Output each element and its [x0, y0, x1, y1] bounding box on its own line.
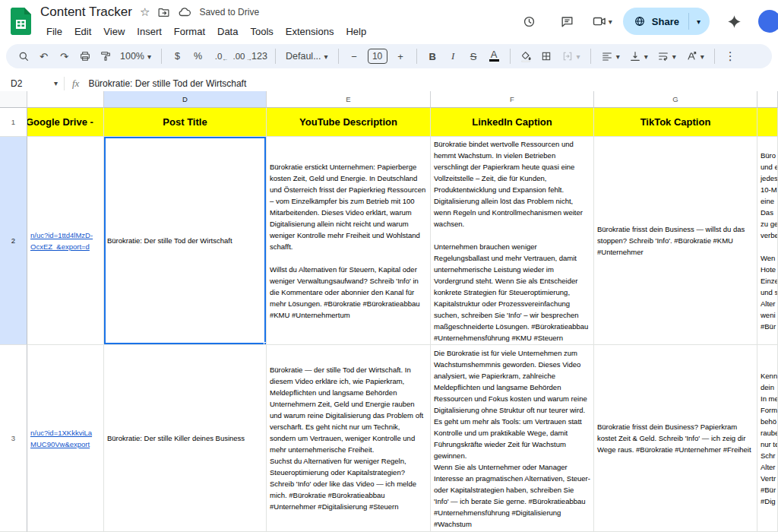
borders-button[interactable] [537, 47, 556, 66]
decrease-font-size-button[interactable]: − [345, 47, 364, 66]
chevron-down-icon: ▾ [672, 52, 676, 61]
column-header-g[interactable]: G [594, 91, 757, 108]
cell-H2[interactable]: Büro und e jedes 10-M eine Das zu ge ver… [757, 137, 778, 345]
vertical-align-button[interactable]: ▾ [625, 47, 652, 66]
decrease-decimal-button[interactable]: .0← [209, 47, 228, 66]
share-button[interactable]: Share ▾ [623, 8, 710, 35]
meet-call-button[interactable]: ▾ [592, 14, 612, 29]
chevron-down-icon: ▾ [147, 52, 151, 61]
toolbar-divider [510, 49, 511, 64]
menu-help[interactable]: Help [340, 24, 372, 39]
cell-F3[interactable]: Die Bürokratie ist für viele Unternehmen… [431, 345, 594, 532]
chevron-down-icon: ▾ [577, 52, 580, 61]
toolbar-divider [338, 49, 339, 64]
italic-button[interactable]: I [444, 47, 463, 66]
sheets-logo-icon[interactable] [11, 8, 31, 35]
row-header-3[interactable]: 3 [0, 345, 27, 532]
formula-input[interactable]: Bürokratie: Der stille Tod der Wirtschaf… [88, 78, 246, 89]
column-header-h[interactable] [757, 91, 778, 108]
globe-icon [634, 15, 646, 27]
toolbar: ↶ ↷ 100% ▾ $ % .0← .00→ 123 [6, 44, 772, 68]
paint-format-button[interactable] [96, 47, 115, 66]
cell-E1[interactable]: YouTube Description [267, 108, 431, 137]
cell-D3[interactable]: Bürokratie: Der stille Killer deines Bus… [104, 345, 267, 532]
menu-data[interactable]: Data [211, 24, 244, 39]
gemini-sparkle-icon[interactable] [720, 8, 748, 35]
chevron-down-icon: ▾ [616, 52, 620, 61]
star-icon[interactable]: ☆ [140, 5, 150, 19]
column-header-f[interactable]: F [431, 91, 594, 108]
toolbar-divider [416, 49, 417, 64]
cell-E3[interactable]: Bürokratie — der stille Tod der Wirtscha… [267, 345, 431, 532]
menu-tools[interactable]: Tools [244, 24, 279, 39]
share-label: Share [652, 16, 679, 27]
menu-insert[interactable]: Insert [131, 24, 168, 39]
select-all-corner[interactable] [0, 91, 27, 108]
cell-F1[interactable]: LinkedIn Caption [431, 108, 594, 137]
cell-C2[interactable]: n/uc?id=1ttd4lMzD- OcxEZ_&export=d [27, 137, 104, 345]
cell-D2-selected[interactable]: Bürokratie: Der stille Tod der Wirtschaf… [104, 137, 267, 345]
print-button[interactable] [75, 47, 94, 66]
saved-cloud-icon [178, 5, 191, 19]
increase-decimal-button[interactable]: .00→ [229, 47, 248, 66]
menu-view[interactable]: View [97, 24, 131, 39]
redo-button[interactable]: ↷ [55, 47, 74, 66]
chevron-down-icon[interactable]: ▾ [609, 17, 612, 26]
chevron-down-icon: ▾ [644, 52, 648, 61]
bold-button[interactable]: B [423, 47, 442, 66]
merge-cells-button[interactable]: ▾ [558, 47, 584, 66]
cell-H1[interactable] [757, 108, 778, 137]
format-percent-button[interactable]: % [188, 47, 207, 66]
topbar: Content Tracker ☆ Saved to Drive File Ed… [0, 0, 778, 43]
column-header-d[interactable]: D [104, 91, 267, 108]
name-box[interactable]: D2 ▾ [0, 78, 64, 89]
version-history-icon[interactable] [516, 8, 543, 35]
text-color-button[interactable]: A [485, 47, 504, 66]
toolbar-divider [714, 49, 715, 64]
user-avatar[interactable] [758, 10, 778, 33]
text-rotation-button[interactable]: ▾ [682, 47, 708, 66]
font-family-selector[interactable]: Defaul... ▾ [282, 47, 332, 66]
increase-font-size-button[interactable]: + [391, 47, 410, 66]
column-header-e[interactable]: E [267, 91, 431, 108]
comments-icon[interactable] [554, 8, 581, 35]
font-size-input[interactable]: 10 [368, 49, 387, 64]
move-folder-icon[interactable] [157, 6, 170, 19]
zoom-selector[interactable]: 100% ▾ [116, 47, 155, 66]
horizontal-align-button[interactable]: ▾ [597, 47, 624, 66]
spreadsheet-grid: D E F G 1 Google Drive - Post Title YouT… [0, 91, 778, 532]
cell-C3[interactable]: n/uc?id=1XKkkviLa MUC90Vw&export [27, 345, 104, 532]
cell-E2[interactable]: Bürokratie erstickt Unternehmen: Papierb… [267, 137, 431, 345]
toolbar-divider [590, 49, 591, 64]
undo-button[interactable]: ↶ [34, 47, 53, 66]
fill-color-button[interactable] [517, 47, 536, 66]
row-header-1[interactable]: 1 [0, 108, 27, 137]
saved-status: Saved to Drive [199, 7, 259, 17]
menu-extensions[interactable]: Extensions [280, 24, 340, 39]
cell-H3[interactable]: Kenn dein In me Form behö raube nur te S… [757, 345, 778, 532]
search-icon[interactable] [14, 47, 33, 66]
column-header-c[interactable] [27, 91, 104, 108]
cell-G2[interactable]: Bürokratie frisst dein Business — willst… [594, 137, 757, 345]
cell-G1[interactable]: TikTok Caption [594, 108, 757, 137]
menu-edit[interactable]: Edit [68, 24, 97, 39]
doc-title[interactable]: Content Tracker [40, 5, 132, 20]
chevron-down-icon: ▾ [324, 52, 328, 61]
menu-file[interactable]: File [40, 24, 68, 39]
more-formats-button[interactable]: 123 [250, 47, 269, 66]
formula-bar-divider [64, 77, 65, 90]
cell-D1[interactable]: Post Title [104, 108, 267, 137]
menu-format[interactable]: Format [168, 24, 211, 39]
strikethrough-button[interactable]: S [464, 47, 483, 66]
fill-handle[interactable] [264, 342, 267, 345]
cell-F2[interactable]: Bürokratie bindet wertvolle Ressourcen u… [431, 137, 594, 345]
more-toolbar-options-button[interactable]: ⋮ [721, 47, 740, 66]
google-sheets-app: Content Tracker ☆ Saved to Drive File Ed… [0, 0, 778, 532]
format-currency-button[interactable]: $ [168, 47, 187, 66]
share-dropdown-icon[interactable]: ▾ [689, 8, 710, 35]
row-header-2[interactable]: 2 [0, 137, 27, 345]
cell-C1[interactable]: Google Drive - [27, 108, 104, 137]
fx-icon: fx [72, 78, 79, 90]
text-wrap-button[interactable]: ▾ [653, 47, 680, 66]
cell-G3[interactable]: Bürokratie frisst dein Business? Papierk… [594, 345, 757, 532]
